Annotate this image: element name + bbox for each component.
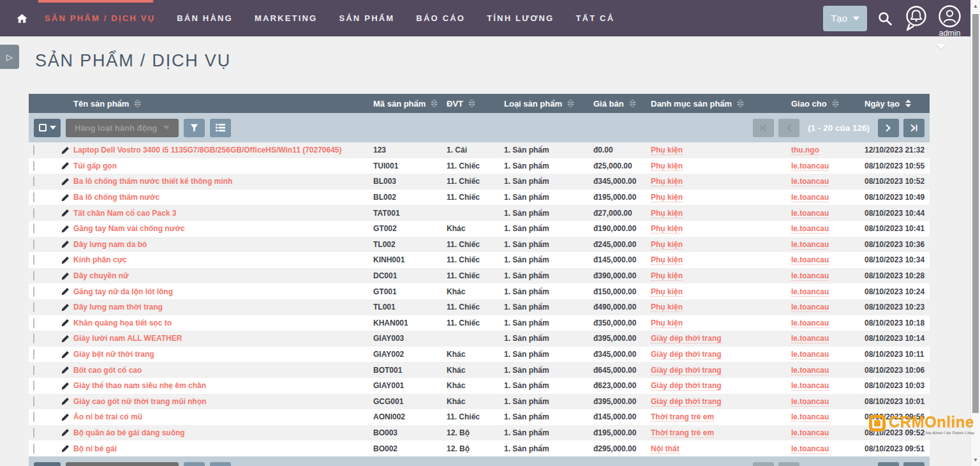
category-link[interactable]: Phụ kiện bbox=[651, 224, 683, 234]
edit-pencil-icon[interactable] bbox=[61, 209, 70, 217]
category-link[interactable]: Phụ kiện bbox=[651, 287, 683, 297]
assignee-link[interactable]: thu.ngo bbox=[791, 146, 819, 155]
product-name-link[interactable]: Bộ quần áo bé gái dáng suông bbox=[73, 428, 185, 437]
edit-pencil-icon[interactable] bbox=[61, 303, 70, 312]
category-link[interactable]: Phụ kiện bbox=[651, 271, 683, 281]
notifications-bell-icon[interactable] bbox=[903, 5, 928, 32]
row-checkbox[interactable] bbox=[33, 333, 34, 343]
product-name-link[interactable]: Tất chân Nam cổ cao Pack 3 bbox=[73, 209, 176, 218]
edit-pencil-icon[interactable] bbox=[61, 428, 70, 437]
column-header-created[interactable]: Ngày tạo bbox=[865, 99, 930, 109]
nav-item-marketing[interactable]: MARKETING bbox=[255, 13, 318, 23]
row-checkbox[interactable] bbox=[33, 239, 34, 250]
home-icon[interactable] bbox=[16, 13, 28, 24]
row-checkbox[interactable] bbox=[33, 318, 34, 328]
category-link[interactable]: Giày dép thời trang bbox=[651, 334, 722, 343]
category-link[interactable]: Phụ kiện bbox=[651, 193, 683, 202]
sort-icon[interactable] bbox=[567, 99, 574, 108]
edit-pencil-icon[interactable] bbox=[61, 413, 70, 421]
assignee-link[interactable]: le.toancau bbox=[791, 287, 829, 297]
assignee-link[interactable]: le.toancau bbox=[791, 271, 829, 281]
category-link[interactable]: Giày dép thời trang bbox=[651, 350, 722, 359]
assignee-link[interactable]: le.toancau bbox=[791, 193, 829, 202]
sidebar-toggle-button[interactable]: ▷ bbox=[0, 45, 19, 69]
edit-pencil-icon[interactable] bbox=[61, 397, 70, 405]
first-page-button[interactable] bbox=[753, 119, 774, 137]
assignee-link[interactable]: le.toancau bbox=[791, 444, 829, 454]
edit-pencil-icon[interactable] bbox=[61, 240, 70, 248]
category-link[interactable]: Phụ kiện bbox=[651, 303, 683, 312]
nav-item-san-pham[interactable]: SẢN PHẨM bbox=[339, 13, 394, 23]
product-name-link[interactable]: Bộ nỉ bé gái bbox=[73, 444, 117, 453]
edit-pencil-icon[interactable] bbox=[61, 366, 70, 374]
category-link[interactable]: Phụ kiện bbox=[651, 255, 683, 265]
category-link[interactable]: Nội thất bbox=[651, 444, 679, 454]
row-checkbox[interactable] bbox=[33, 412, 34, 422]
select-all-button[interactable] bbox=[34, 462, 61, 466]
product-name-link[interactable]: Dây lưng nam thời trang bbox=[73, 303, 163, 312]
nav-item-bao-cao[interactable]: BÁO CÁO bbox=[416, 13, 465, 23]
category-link[interactable]: Giày dép thời trang bbox=[651, 381, 722, 391]
assignee-link[interactable]: le.toancau bbox=[791, 162, 829, 171]
category-link[interactable]: Phụ kiện bbox=[651, 146, 683, 155]
scrollbar-thumb[interactable] bbox=[972, 14, 979, 413]
row-checkbox[interactable] bbox=[33, 428, 34, 438]
row-checkbox[interactable] bbox=[33, 444, 34, 454]
product-name-link[interactable]: Găng tay Nam vải chống nước bbox=[73, 224, 185, 233]
assignee-link[interactable]: le.toancau bbox=[791, 177, 829, 186]
edit-pencil-icon[interactable] bbox=[61, 382, 70, 390]
search-icon[interactable] bbox=[877, 10, 893, 27]
row-checkbox[interactable] bbox=[33, 380, 34, 391]
edit-pencil-icon[interactable] bbox=[61, 256, 70, 264]
edit-pencil-icon[interactable] bbox=[61, 334, 70, 343]
row-checkbox[interactable] bbox=[33, 287, 34, 297]
create-button[interactable]: Tạo bbox=[823, 6, 867, 31]
category-link[interactable]: Phụ kiện bbox=[651, 162, 683, 171]
product-name-link[interactable]: Khăn quàng họa tiết sọc to bbox=[73, 319, 172, 327]
product-name-link[interactable]: Túi gấp gọn bbox=[73, 162, 117, 170]
list-view-button[interactable] bbox=[210, 119, 231, 137]
edit-pencil-icon[interactable] bbox=[61, 193, 70, 202]
next-page-button[interactable] bbox=[878, 119, 899, 137]
assignee-link[interactable]: le.toancau bbox=[791, 428, 829, 438]
edit-pencil-icon[interactable] bbox=[61, 319, 70, 327]
category-link[interactable]: Giày dép thời trang bbox=[651, 366, 722, 375]
assignee-link[interactable]: le.toancau bbox=[791, 397, 829, 407]
assignee-link[interactable]: le.toancau bbox=[791, 255, 829, 265]
nav-item-tat-ca[interactable]: TẤT CẢ bbox=[575, 13, 614, 23]
assignee-link[interactable]: le.toancau bbox=[791, 366, 829, 375]
product-name-link[interactable]: Ba lô chống thấm nước thiết kế thông min… bbox=[73, 177, 232, 186]
assignee-link[interactable]: le.toancau bbox=[791, 350, 829, 359]
edit-pencil-icon[interactable] bbox=[61, 146, 70, 154]
sort-icon-active[interactable] bbox=[905, 99, 912, 108]
column-header-price[interactable]: Giá bán bbox=[593, 99, 651, 109]
product-name-link[interactable]: Dây lưng nam da bò bbox=[73, 240, 147, 249]
select-all-button[interactable] bbox=[34, 119, 61, 137]
edit-pencil-icon[interactable] bbox=[61, 272, 70, 280]
product-name-link[interactable]: Bốt cao gót cổ cao bbox=[73, 366, 142, 375]
category-link[interactable]: Phụ kiện bbox=[651, 209, 683, 218]
product-name-link[interactable]: Găng tay nữ da lộn lót lông bbox=[73, 287, 173, 296]
scroll-down-icon[interactable]: ▼ bbox=[971, 457, 980, 463]
edit-pencil-icon[interactable] bbox=[61, 162, 70, 170]
product-name-link[interactable]: Giày bệt nữ thời trang bbox=[73, 350, 154, 359]
row-checkbox[interactable] bbox=[33, 349, 34, 359]
column-header-name[interactable]: Tên sản phẩm bbox=[73, 99, 373, 109]
row-checkbox[interactable] bbox=[33, 396, 34, 407]
last-page-button[interactable] bbox=[903, 462, 924, 466]
nav-item-san-pham-dich-vu[interactable]: SẢN PHẨM / DỊCH VỤ bbox=[45, 13, 155, 23]
page-scrollbar[interactable]: ▲ ▼ bbox=[970, 0, 980, 466]
assignee-link[interactable]: le.toancau bbox=[791, 334, 829, 343]
product-name-link[interactable]: Dây chuyền nữ bbox=[73, 271, 129, 280]
row-checkbox[interactable] bbox=[33, 302, 34, 312]
prev-page-button[interactable] bbox=[778, 462, 799, 466]
sort-icon[interactable] bbox=[832, 99, 839, 108]
user-menu[interactable]: admin bbox=[938, 4, 961, 38]
product-name-link[interactable]: Kính phân cực bbox=[73, 255, 127, 264]
assignee-link[interactable]: le.toancau bbox=[791, 381, 829, 391]
sort-icon[interactable] bbox=[134, 99, 141, 108]
product-name-link[interactable]: Laptop Dell Vostro 3400 i5 1135G7/8GB/25… bbox=[73, 146, 342, 154]
sort-icon[interactable] bbox=[431, 99, 438, 108]
next-page-button[interactable] bbox=[878, 462, 899, 466]
edit-pencil-icon[interactable] bbox=[61, 225, 70, 233]
